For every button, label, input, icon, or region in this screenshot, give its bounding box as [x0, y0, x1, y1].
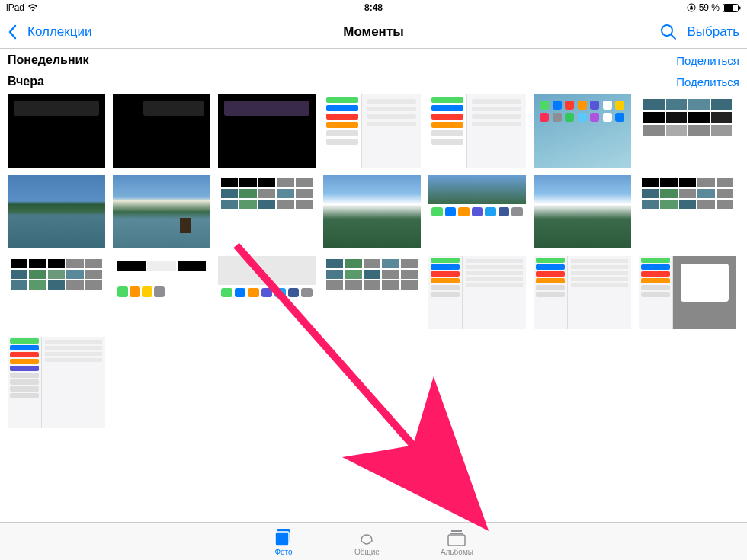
tab-bar: Фото Общие Альбомы — [0, 522, 747, 560]
photo-thumbnail[interactable] — [113, 94, 210, 168]
tab-label: Общие — [354, 548, 380, 556]
section-title: Понедельник — [8, 53, 88, 67]
photo-thumbnail[interactable] — [639, 256, 736, 329]
status-time: 8:48 — [364, 2, 383, 13]
photo-grid-cont — [0, 337, 747, 436]
svg-rect-8 — [451, 530, 462, 532]
tab-label: Фото — [275, 548, 293, 556]
photo-thumbnail[interactable] — [323, 94, 421, 168]
tab-label: Альбомы — [441, 548, 473, 556]
share-button[interactable]: Поделиться — [676, 54, 739, 67]
photo-thumbnail[interactable] — [218, 256, 316, 329]
photo-thumbnail[interactable] — [113, 175, 210, 248]
albums-tab-icon — [447, 527, 466, 547]
photo-thumbnail[interactable] — [218, 94, 316, 168]
photo-thumbnail[interactable] — [8, 256, 105, 329]
svg-rect-3 — [739, 6, 741, 9]
photo-thumbnail[interactable] — [8, 175, 105, 248]
photo-thumbnail[interactable] — [218, 175, 316, 248]
section-header-yesterday: Вчера Поделиться — [0, 70, 747, 91]
wifi-icon — [27, 4, 38, 11]
photo-thumbnail[interactable] — [639, 94, 736, 168]
battery-icon — [723, 4, 741, 12]
photo-thumbnail[interactable] — [323, 175, 421, 248]
search-icon[interactable] — [660, 24, 677, 40]
battery-percent: 59 % — [699, 2, 720, 13]
svg-line-5 — [671, 34, 675, 39]
photo-thumbnail[interactable] — [428, 256, 526, 329]
photo-thumbnail[interactable] — [534, 175, 631, 248]
svg-rect-9 — [450, 533, 463, 534]
photo-thumbnail[interactable] — [323, 256, 421, 329]
chevron-left-icon — [8, 24, 17, 40]
share-button[interactable]: Поделиться — [676, 75, 739, 88]
photo-grid — [0, 91, 747, 337]
page-title: Моменты — [343, 24, 403, 40]
photo-thumbnail[interactable] — [428, 94, 526, 168]
section-title: Вчера — [8, 75, 44, 88]
tab-albums[interactable]: Альбомы — [441, 527, 473, 556]
photo-thumbnail[interactable] — [534, 94, 631, 168]
back-button[interactable]: Коллекции — [8, 24, 91, 40]
tab-shared[interactable]: Общие — [354, 527, 380, 556]
status-bar: iPad 8:48 59 % — [0, 0, 747, 15]
svg-rect-10 — [448, 535, 465, 546]
photo-thumbnail[interactable] — [8, 337, 105, 428]
select-button[interactable]: Выбрать — [688, 24, 739, 40]
shared-tab-icon — [357, 527, 377, 547]
back-label: Коллекции — [27, 24, 91, 40]
photo-thumbnail[interactable] — [428, 175, 526, 248]
nav-bar: Коллекции Моменты Выбрать — [0, 15, 747, 49]
section-header-monday: Понедельник Поделиться — [0, 49, 747, 70]
orientation-lock-icon — [687, 3, 696, 12]
photo-thumbnail[interactable] — [534, 256, 631, 329]
photo-thumbnail[interactable] — [113, 256, 210, 329]
svg-rect-7 — [275, 532, 289, 546]
photo-thumbnail[interactable] — [639, 175, 736, 248]
photo-thumbnail[interactable] — [8, 94, 105, 168]
tab-photos[interactable]: Фото — [274, 527, 293, 556]
svg-rect-2 — [724, 5, 733, 11]
photos-tab-icon — [274, 527, 293, 547]
device-label: iPad — [6, 2, 24, 13]
